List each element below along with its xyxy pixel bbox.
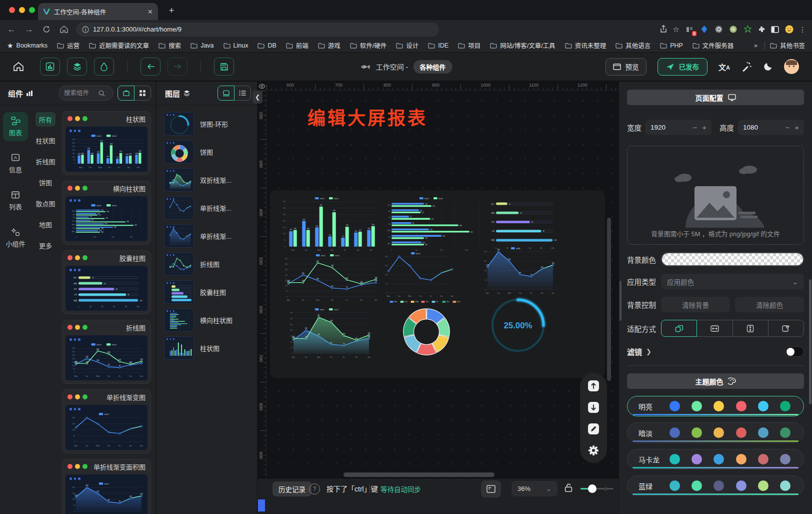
horizontal-bar-chart-widget[interactable]: 0100200300Sun130160Sat110117Fri70155Thu8…: [384, 196, 483, 251]
fit-height-button[interactable]: [732, 320, 768, 337]
extension-icon[interactable]: [714, 25, 723, 34]
bookmark-folder[interactable]: 前端: [286, 41, 308, 50]
rail-item-charts[interactable]: 图表: [3, 112, 28, 141]
lock-zoom-icon[interactable]: [564, 482, 574, 493]
width-plus-button[interactable]: +: [702, 123, 706, 132]
list-view-button[interactable]: [234, 86, 251, 101]
profile-avatar[interactable]: [784, 25, 794, 34]
bookmark-folder[interactable]: 软件/硬件: [350, 41, 386, 50]
layer-item[interactable]: 双折线渐...: [164, 168, 250, 192]
zoom-slider[interactable]: [580, 488, 614, 489]
width-stepper[interactable]: 1920−+: [646, 120, 712, 135]
pie-chart-widget[interactable]: MonTueWedThuFriSatSun: [370, 299, 483, 359]
layer-item[interactable]: 横向柱状图: [164, 308, 250, 332]
tab-close-icon[interactable]: ✕: [148, 8, 153, 16]
bookmark-folder[interactable]: 设计: [396, 41, 418, 50]
fit-width-button[interactable]: [696, 320, 732, 337]
theme-row-bluegreen[interactable]: 蓝绿: [627, 475, 804, 496]
share-icon[interactable]: [660, 25, 668, 34]
canvas-vertical-scrollbar[interactable]: [607, 218, 611, 381]
close-window-button[interactable]: [9, 7, 15, 13]
import-button[interactable]: [586, 400, 601, 415]
bookmark-folder[interactable]: 其他语言: [616, 41, 650, 50]
save-button[interactable]: [214, 58, 234, 76]
dashboard-board[interactable]: 0501001502002503003501202001508070110130…: [270, 190, 605, 378]
clear-color-button[interactable]: 清除颜色: [735, 297, 804, 312]
config-scrollbar-thumb[interactable]: [620, 281, 622, 321]
layer-item[interactable]: 胶囊柱图: [164, 280, 250, 304]
bookmark-folder[interactable]: Linux: [224, 41, 248, 50]
bookmark-folder[interactable]: 资讯未整理: [565, 41, 606, 50]
home-icon[interactable]: [13, 62, 24, 72]
category-scatter[interactable]: 散点图: [32, 196, 58, 211]
height-plus-button[interactable]: +: [794, 123, 799, 132]
dual-gradient-area-chart-widget[interactable]: 0501001502002503003501202001508070110130…: [286, 307, 372, 358]
bg-color-swatch[interactable]: [661, 252, 804, 266]
fit-stretch-button[interactable]: [768, 320, 804, 337]
component-card[interactable]: 折线图 050100150200250300350120200150807011…: [62, 320, 151, 384]
bookmark-folder[interactable]: 搜索: [158, 41, 181, 50]
category-more[interactable]: 更多: [36, 238, 56, 253]
tab-group-icon[interactable]: [771, 26, 779, 33]
eye-icon[interactable]: [258, 84, 266, 89]
preview-button[interactable]: 预览: [606, 58, 646, 76]
minimize-window-button[interactable]: [19, 7, 25, 13]
align-panel-button[interactable]: [481, 480, 501, 497]
dark-mode-moon-icon[interactable]: [763, 62, 773, 72]
component-search[interactable]: [58, 86, 114, 101]
progress-ring-widget[interactable]: 25.00%: [489, 296, 547, 354]
layer-item[interactable]: 柱状图: [164, 336, 250, 360]
history-button[interactable]: 历史记录: [272, 481, 312, 496]
fit-scale-button[interactable]: [661, 320, 697, 337]
capsule-chart-widget[interactable]: 厦门20南阳40北京60上海80新疆100020406080100: [486, 197, 559, 249]
bookmarks-root[interactable]: ★ Bookmarks: [7, 42, 48, 50]
line-chart-widget[interactable]: 0501001502002503003501202001508070110130…: [281, 253, 379, 301]
bookmark-folder[interactable]: 网站/博客/文章/工具: [490, 41, 555, 50]
layer-item[interactable]: 饼图-环形: [164, 112, 250, 136]
component-card[interactable]: 单折线渐变图 050100150200MonTueWedThuFriSatSun…: [62, 389, 151, 453]
extension-icon[interactable]: 9: [685, 25, 694, 34]
gradient-line-chart-widget[interactable]: 050100150200MonTueWedThuFriSatSundata1: [381, 251, 455, 297]
toggle-layers-panel-button[interactable]: [67, 58, 87, 76]
user-avatar[interactable]: [784, 59, 799, 74]
bookmark-folder[interactable]: 游戏: [318, 41, 340, 50]
site-info-icon[interactable]: [82, 26, 89, 33]
rail-item-widgets[interactable]: 小组件: [3, 223, 28, 252]
height-minus-button[interactable]: −: [785, 123, 790, 132]
category-map[interactable]: 地图: [36, 217, 56, 232]
single-view-button[interactable]: [118, 86, 134, 101]
edit-button[interactable]: [586, 421, 601, 436]
app-type-select[interactable]: 应用颜色⌄: [661, 274, 804, 289]
magic-wand-icon[interactable]: [741, 61, 752, 72]
category-all[interactable]: 所有: [36, 112, 56, 127]
gradient-area-chart-widget[interactable]: 0501001502001202001508070110130MonTueWed…: [480, 246, 556, 294]
other-bookmarks[interactable]: 其他书签: [770, 41, 805, 50]
bookmark-folder[interactable]: 近期需要读的文章: [89, 41, 149, 50]
collapse-layers-icon[interactable]: ❮: [252, 91, 262, 104]
design-canvas[interactable]: 6007008009001000110012001300 20030040050…: [258, 82, 618, 478]
back-icon[interactable]: ←: [6, 25, 17, 35]
component-card[interactable]: 胶囊柱图 厦门20南阳40北京60上海80新疆100020406080100: [62, 250, 151, 314]
bar-chart-widget[interactable]: 0501001502002503003501202001508070110130…: [279, 196, 379, 251]
help-icon[interactable]: ?: [309, 483, 320, 494]
new-tab-button[interactable]: +: [165, 4, 178, 17]
browser-menu-icon[interactable]: ⋮: [799, 26, 806, 34]
chevron-right-icon[interactable]: ❯: [646, 348, 652, 355]
reload-icon[interactable]: [41, 25, 52, 34]
redo-button[interactable]: [168, 58, 188, 76]
address-bar[interactable]: 127.0.0.1:3000/#/chart/home/9: [76, 23, 439, 37]
config-scrollbar[interactable]: [809, 279, 812, 404]
layer-item[interactable]: 单折线渐...: [164, 224, 250, 248]
extension-icon[interactable]: [700, 25, 708, 34]
component-card[interactable]: 单折线渐变面积图 0501001502001202001508070110130…: [62, 459, 151, 514]
bookmark-folder[interactable]: 运营: [57, 41, 80, 50]
theme-row-macaron[interactable]: 马卡龙: [627, 449, 804, 469]
bookmark-folder[interactable]: IDE: [428, 41, 448, 50]
undo-button[interactable]: [140, 58, 160, 76]
rail-item-info[interactable]: A 信息: [3, 149, 28, 178]
toggle-components-panel-button[interactable]: [40, 58, 60, 76]
bookmark-folder[interactable]: Java: [190, 41, 214, 50]
search-input[interactable]: [64, 90, 96, 97]
width-minus-button[interactable]: −: [692, 123, 697, 132]
export-button[interactable]: [586, 378, 601, 393]
